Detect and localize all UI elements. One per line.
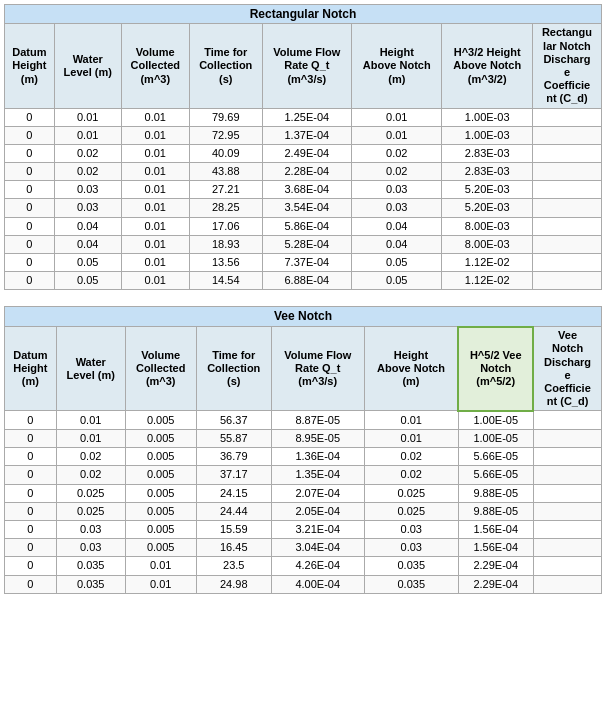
vee-cell: 0: [5, 575, 57, 593]
rect-cell: 17.06: [189, 217, 262, 235]
rect-cell: 0.03: [54, 199, 121, 217]
rect-cell: [532, 126, 601, 144]
vee-cell: 0.025: [364, 484, 458, 502]
vee-table-row: 00.020.00536.791.36E-040.025.66E-05: [5, 448, 602, 466]
rect-cell: [532, 217, 601, 235]
rect-cell: 0: [5, 163, 55, 181]
rect-cell: 18.93: [189, 235, 262, 253]
rect-cell: 0.03: [352, 199, 442, 217]
rect-cell: 27.21: [189, 181, 262, 199]
rect-cell: 3.54E-04: [262, 199, 351, 217]
vee-cell: [533, 557, 601, 575]
vee-cell: 0.03: [56, 521, 125, 539]
vee-cell: 16.45: [196, 539, 271, 557]
vee-cell: 0.02: [56, 448, 125, 466]
rect-col-volume: VolumeCollected(m^3): [121, 24, 189, 108]
rect-cell: 0.04: [352, 235, 442, 253]
rect-cell: [532, 254, 601, 272]
vee-cell: 0: [5, 411, 57, 430]
vee-table-row: 00.0350.0123.54.26E-040.0352.29E-04: [5, 557, 602, 575]
vee-notch-table: Vee Notch DatumHeight(m) WaterLevel (m) …: [4, 306, 602, 593]
rect-cell: [532, 181, 601, 199]
rect-cell: 0.01: [121, 235, 189, 253]
vee-cell: 1.56E-04: [458, 521, 533, 539]
rect-cell: 0.01: [352, 108, 442, 126]
rect-cell: 0.04: [352, 217, 442, 235]
vee-cell: 0: [5, 466, 57, 484]
vee-table-row: 00.030.00515.593.21E-040.031.56E-04: [5, 521, 602, 539]
vee-table-row: 00.0250.00524.152.07E-040.0259.88E-05: [5, 484, 602, 502]
rect-cell: 0.02: [54, 144, 121, 162]
rect-col-height: HeightAbove Notch(m): [352, 24, 442, 108]
rect-cell: 43.88: [189, 163, 262, 181]
rect-col-datum: DatumHeight(m): [5, 24, 55, 108]
vee-cell: 1.56E-04: [458, 539, 533, 557]
vee-cell: 0.035: [364, 557, 458, 575]
vee-cell: [533, 466, 601, 484]
vee-title: Vee Notch: [5, 307, 602, 327]
rect-table-row: 00.040.0118.935.28E-040.048.00E-03: [5, 235, 602, 253]
rect-cell: 0.01: [121, 254, 189, 272]
vee-cell: 0.02: [364, 466, 458, 484]
vee-cell: 0.03: [364, 521, 458, 539]
rect-table-row: 00.010.0179.691.25E-040.011.00E-03: [5, 108, 602, 126]
vee-cell: 0.035: [56, 575, 125, 593]
vee-table-row: 00.030.00516.453.04E-040.031.56E-04: [5, 539, 602, 557]
vee-col-cd: VeeNotchDischargeCoefficient (C_d): [533, 327, 601, 411]
rect-cell: 6.88E-04: [262, 272, 351, 290]
rect-table-row: 00.020.0143.882.28E-040.022.83E-03: [5, 163, 602, 181]
rect-cell: 5.86E-04: [262, 217, 351, 235]
vee-cell: 0.035: [364, 575, 458, 593]
rect-cell: 0.01: [54, 108, 121, 126]
vee-cell: 36.79: [196, 448, 271, 466]
rect-cell: 0.04: [54, 217, 121, 235]
vee-cell: 0.01: [125, 557, 196, 575]
rect-cell: 0.02: [352, 163, 442, 181]
vee-cell: 8.87E-05: [271, 411, 364, 430]
rect-cell: 0.01: [121, 272, 189, 290]
rect-cell: 0.01: [121, 181, 189, 199]
vee-cell: [533, 484, 601, 502]
vee-cell: 0.01: [56, 430, 125, 448]
vee-col-time: Time forCollection(s): [196, 327, 271, 411]
vee-cell: 0: [5, 430, 57, 448]
rect-cell: 5.28E-04: [262, 235, 351, 253]
rect-cell: [532, 199, 601, 217]
vee-cell: 0.035: [56, 557, 125, 575]
rect-cell: 0: [5, 126, 55, 144]
vee-cell: 0: [5, 448, 57, 466]
rect-cell: 5.20E-03: [442, 199, 532, 217]
vee-cell: 0.025: [56, 502, 125, 520]
rect-cell: 79.69: [189, 108, 262, 126]
vee-table-body: 00.010.00556.378.87E-050.011.00E-0500.01…: [5, 411, 602, 593]
vee-cell: 0: [5, 502, 57, 520]
vee-cell: 0.005: [125, 448, 196, 466]
rect-col-h32: H^3/2 HeightAbove Notch(m^3/2): [442, 24, 532, 108]
rect-cell: 0: [5, 217, 55, 235]
rect-cell: 14.54: [189, 272, 262, 290]
vee-cell: 4.00E-04: [271, 575, 364, 593]
vee-cell: 0.03: [56, 539, 125, 557]
rect-cell: 0.01: [352, 126, 442, 144]
vee-cell: 1.36E-04: [271, 448, 364, 466]
vee-cell: 0.005: [125, 502, 196, 520]
vee-cell: 5.66E-05: [458, 448, 533, 466]
rect-cell: 13.56: [189, 254, 262, 272]
vee-cell: [533, 539, 601, 557]
rect-cell: 1.12E-02: [442, 254, 532, 272]
rect-cell: 1.12E-02: [442, 272, 532, 290]
rect-cell: 8.00E-03: [442, 217, 532, 235]
vee-col-datum: DatumHeight(m): [5, 327, 57, 411]
rect-cell: 0: [5, 144, 55, 162]
rect-cell: 0.01: [121, 199, 189, 217]
rect-table-row: 00.050.0114.546.88E-040.051.12E-02: [5, 272, 602, 290]
vee-col-h52: H^5/2 VeeNotch(m^5/2): [458, 327, 533, 411]
vee-cell: [533, 411, 601, 430]
vee-cell: 0: [5, 557, 57, 575]
vee-cell: 0: [5, 539, 57, 557]
main-container: Rectangular Notch DatumHeight(m) WaterLe…: [0, 0, 606, 606]
rect-cell: 0.01: [121, 163, 189, 181]
rect-cell: 0.05: [352, 254, 442, 272]
vee-cell: [533, 502, 601, 520]
rect-table-row: 00.040.0117.065.86E-040.048.00E-03: [5, 217, 602, 235]
